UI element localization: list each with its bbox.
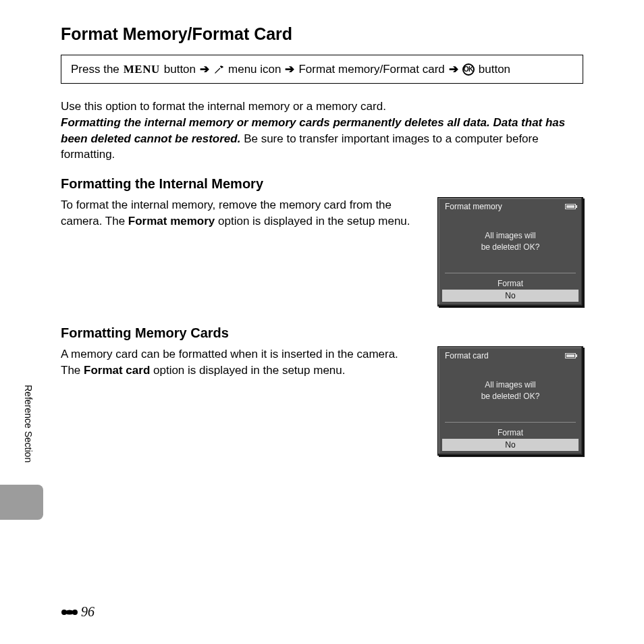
camera-screen-format-memory: Format memory All images will be deleted… xyxy=(437,197,583,306)
screen-option-no: No xyxy=(442,290,579,302)
wrench-icon xyxy=(213,64,224,75)
section2-bold: Format card xyxy=(84,364,150,377)
section1-bold: Format memory xyxy=(128,215,215,227)
reference-section-icon xyxy=(61,608,78,617)
section1-row: To format the internal memory, remove th… xyxy=(61,197,583,306)
screen-title: Format memory xyxy=(445,202,502,211)
nav-button-text-1: button xyxy=(164,63,196,76)
camera-screen-format-card: Format card All images will be deleted! … xyxy=(437,346,583,456)
nav-menu-icon-text: menu icon xyxy=(228,63,281,76)
arrow-right-icon: ➔ xyxy=(285,62,294,76)
battery-icon xyxy=(565,353,576,358)
screen-title-bar: Format card xyxy=(438,347,583,363)
screen-message: All images will be deleted! OK? xyxy=(438,214,583,273)
screen-title: Format card xyxy=(445,351,489,360)
screen-options: Format No xyxy=(438,273,583,306)
page-number-value: 96 xyxy=(81,604,95,620)
nav-path-item: Format memory/Format card xyxy=(298,63,444,76)
screen-option-format: Format xyxy=(438,277,583,290)
screen-options: Format No xyxy=(438,423,583,455)
screen-message: All images will be deleted! OK? xyxy=(438,363,583,422)
nav-button-text-2: button xyxy=(479,63,510,76)
nav-press-text: Press the xyxy=(71,63,119,76)
menu-button-label: MENU xyxy=(124,63,160,76)
breadcrumb-box: Press the MENU button ➔ menu icon ➔ Form… xyxy=(61,55,583,84)
screen-msg-line1: All images will xyxy=(485,379,535,391)
section2-text: A memory card can be formatted when it i… xyxy=(61,346,419,379)
section1-post: option is displayed in the setup menu. xyxy=(215,215,410,227)
intro-line1: Use this option to format the internal m… xyxy=(61,99,583,115)
section2-row: A memory card can be formatted when it i… xyxy=(61,346,583,456)
intro-paragraph: Use this option to format the internal m… xyxy=(61,99,583,163)
page-title: Format Memory/Format Card xyxy=(61,24,583,44)
screen-option-no: No xyxy=(442,439,579,451)
section2-heading: Formatting Memory Cards xyxy=(61,325,583,341)
battery-icon xyxy=(565,204,576,209)
thumb-tab xyxy=(0,485,43,520)
arrow-right-icon: ➔ xyxy=(449,62,458,76)
arrow-right-icon: ➔ xyxy=(200,62,209,76)
screen-msg-line2: be deleted! OK? xyxy=(481,242,540,253)
page-number: 96 xyxy=(61,604,95,620)
section1-heading: Formatting the Internal Memory xyxy=(61,176,583,192)
section2-post: option is displayed in the setup menu. xyxy=(150,364,345,377)
section1-text: To format the internal memory, remove th… xyxy=(61,197,419,230)
screen-msg-line2: be deleted! OK? xyxy=(481,391,540,402)
screen-title-bar: Format memory xyxy=(438,198,583,214)
screen-msg-line1: All images will xyxy=(485,230,535,242)
screen-option-format: Format xyxy=(438,427,583,439)
section-side-label: Reference Section xyxy=(23,385,34,462)
ok-button-icon: OK xyxy=(462,63,475,76)
